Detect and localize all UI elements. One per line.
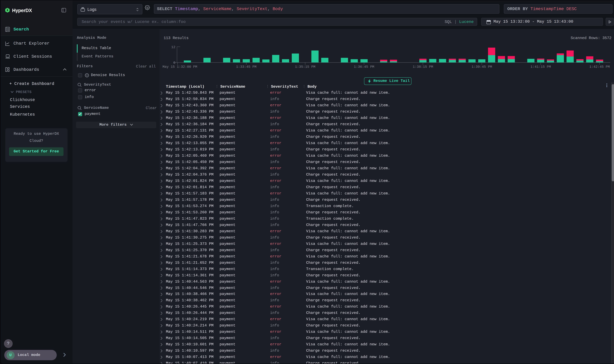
svg-text:1:35:15 PM: 1:35:15 PM bbox=[295, 65, 315, 69]
svg-text:May 15 1:32:00 PM: May 15 1:32:00 PM bbox=[162, 65, 197, 69]
svg-text:1:38:15 PM: 1:38:15 PM bbox=[413, 65, 433, 69]
svg-text:0: 0 bbox=[173, 61, 175, 65]
svg-text:1:39:45 PM: 1:39:45 PM bbox=[472, 65, 492, 69]
svg-text:1:42:45 PM: 1:42:45 PM bbox=[589, 65, 610, 69]
svg-text:12: 12 bbox=[171, 45, 175, 49]
svg-text:1:33:45 PM: 1:33:45 PM bbox=[236, 65, 257, 69]
svg-text:1:41:15 PM: 1:41:15 PM bbox=[531, 65, 551, 69]
svg-text:1:36:45 PM: 1:36:45 PM bbox=[354, 65, 374, 69]
